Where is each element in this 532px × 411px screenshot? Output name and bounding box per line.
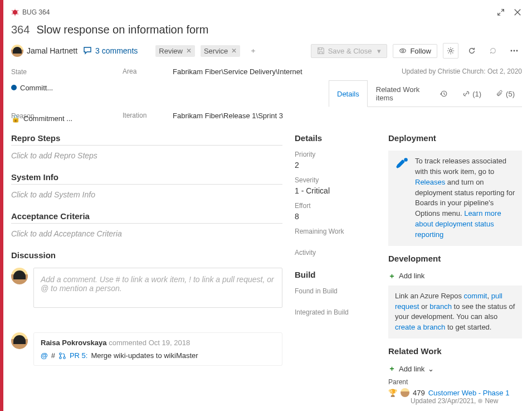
activity-label[interactable]: Activity — [295, 249, 378, 257]
tab-related[interactable]: Related Work items — [368, 80, 433, 107]
tag-service[interactable]: Service ✕ — [201, 45, 240, 57]
svg-point-4 — [511, 50, 513, 52]
chevron-down-icon: ⌄ — [428, 365, 434, 373]
integrated-in-build[interactable]: Integrated in Build — [295, 308, 378, 316]
comment-meta: commented Oct 19, 2018 — [109, 339, 190, 347]
area-label: Area — [123, 67, 173, 76]
related-work-heading: Related Work — [388, 346, 522, 358]
iteration-label: Iteration — [123, 112, 173, 120]
discussion-heading: Discussion — [11, 250, 282, 262]
history-icon — [440, 90, 448, 98]
iteration-value[interactable]: Fabrikam Fiber\Release 1\Sprint 3 — [173, 112, 329, 120]
state-dot — [11, 85, 17, 90]
comment-input[interactable]: Add a comment. Use # to link a work item… — [33, 268, 282, 308]
follow-button[interactable]: Follow — [393, 44, 437, 58]
comment-icon — [83, 46, 92, 55]
tag-remove-icon[interactable]: ✕ — [231, 47, 237, 55]
plus-icon: ＋ — [388, 271, 396, 281]
work-item-type-label: BUG 364 — [22, 8, 50, 16]
expand-icon[interactable] — [496, 8, 505, 17]
acceptance-criteria-field[interactable]: Click to add Acceptance Criteria — [11, 229, 282, 238]
reason-value[interactable]: Commitment ... — [23, 114, 72, 123]
attachment-icon — [496, 90, 504, 98]
releases-link[interactable]: Releases — [415, 178, 445, 186]
tab-history[interactable] — [433, 80, 455, 107]
related-link[interactable]: Customer Web - Phase 1 — [428, 389, 510, 397]
effort-value[interactable]: 8 — [295, 212, 378, 221]
save-button[interactable]: Save & Close ▾ — [311, 44, 388, 58]
create-branch-link[interactable]: create a branch — [395, 323, 445, 331]
details-column: Details Priority 2 Severity 1 - Critical… — [295, 131, 378, 411]
save-label: Save & Close — [328, 47, 372, 55]
priority-value[interactable]: 2 — [295, 161, 378, 170]
add-link-button[interactable]: ＋ Add link — [388, 271, 522, 281]
commit-link[interactable]: commit — [464, 292, 487, 300]
svg-point-3 — [450, 50, 452, 52]
svg-point-2 — [402, 50, 404, 52]
comment-item: Raisa Pokrovskaya commented Oct 19, 2018… — [11, 332, 282, 366]
ellipsis-icon — [510, 50, 518, 52]
gear-icon — [447, 47, 455, 55]
system-info-field[interactable]: Click to add System Info — [11, 190, 282, 199]
link-icon — [462, 90, 470, 98]
development-info: Link an Azure Repos commit, pull request… — [388, 286, 522, 339]
refresh-button[interactable] — [464, 43, 480, 59]
avatar — [11, 268, 28, 284]
deployment-info: To track releases associated with this w… — [388, 151, 522, 246]
tag-remove-icon[interactable]: ✕ — [186, 47, 192, 55]
repro-steps-field[interactable]: Click to add Repro Steps — [11, 151, 282, 160]
follow-label: Follow — [410, 47, 431, 55]
settings-button[interactable] — [443, 43, 458, 59]
updated-by: Updated by Christie Church: Oct 2, 2020 — [329, 67, 522, 76]
severity-label: Severity — [295, 176, 378, 184]
chevron-down-icon[interactable]: ▾ — [377, 47, 381, 55]
tab-details[interactable]: Details — [329, 80, 368, 107]
assignee[interactable]: Jamal Hartnett — [11, 45, 77, 57]
avatar — [11, 332, 28, 349]
found-in-build[interactable]: Found in Build — [295, 287, 378, 295]
epic-icon: 🏆 — [388, 389, 397, 397]
svg-point-10 — [64, 356, 66, 359]
undo-button[interactable] — [485, 43, 501, 59]
add-related-link-button[interactable]: ＋ Add link ⌄ — [388, 364, 522, 374]
svg-point-6 — [516, 50, 518, 52]
hash-token[interactable]: # — [51, 351, 55, 360]
system-info-heading: System Info — [11, 172, 282, 185]
rocket-icon — [395, 156, 409, 171]
svg-point-1 — [400, 49, 406, 53]
pr-link[interactable]: PR 5: — [70, 351, 88, 360]
work-item-title[interactable]: Slow response on information form — [36, 23, 208, 36]
development-heading: Development — [388, 254, 522, 265]
add-tag-button[interactable]: ＋ — [246, 44, 261, 57]
related-parent-label: Parent — [388, 378, 522, 386]
mention-token[interactable]: @ — [41, 351, 48, 360]
related-updated: Updated 23/Apr/2021, — [411, 397, 476, 405]
refresh-icon — [468, 47, 476, 55]
close-icon[interactable] — [513, 8, 522, 17]
comments-link[interactable]: 3 comments — [83, 46, 138, 55]
severity-value[interactable]: 1 - Critical — [295, 186, 378, 195]
tab-attachments[interactable]: (5) — [489, 80, 522, 107]
branch-link[interactable]: branch — [429, 302, 452, 311]
tag-review[interactable]: Review ✕ — [155, 45, 195, 57]
area-value[interactable]: Fabrikam Fiber\Service Delivery\Internet — [173, 67, 329, 76]
state-value[interactable]: Committ... — [20, 84, 53, 92]
svg-point-5 — [514, 50, 515, 52]
eye-icon — [399, 47, 407, 55]
lock-icon: 🔒 — [11, 114, 20, 123]
related-state: New — [485, 397, 498, 405]
right-column: Deployment To track releases associated … — [388, 131, 522, 411]
build-heading: Build — [295, 270, 378, 282]
deployment-heading: Deployment — [388, 133, 522, 145]
effort-label: Effort — [295, 202, 378, 210]
remaining-work-label[interactable]: Remaining Work — [295, 228, 378, 235]
bug-icon — [11, 8, 19, 16]
pull-request-icon — [58, 352, 66, 360]
more-actions-button[interactable] — [506, 43, 522, 59]
assignee-name: Jamal Hartnett — [27, 46, 77, 55]
svg-point-11 — [404, 158, 408, 162]
tag-label: Review — [159, 47, 183, 55]
tab-links[interactable]: (1) — [455, 80, 489, 107]
related-id: 479 — [413, 389, 425, 397]
avatar — [11, 45, 23, 57]
